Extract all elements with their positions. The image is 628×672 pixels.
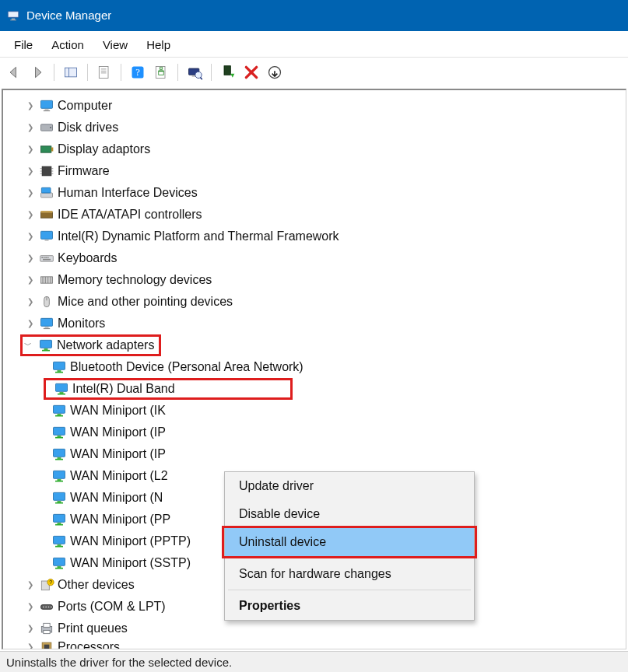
tree-node-adapter-bt[interactable]: Bluetooth Device (Personal Area Network): [48, 356, 626, 378]
tree-label: Intel(R) Dual Band: [72, 382, 175, 396]
network-adapter-icon: [54, 381, 69, 397]
chevron-right-icon[interactable]: ❯: [25, 602, 36, 611]
chevron-right-icon[interactable]: ❯: [25, 101, 36, 110]
tree-node-disk[interactable]: ❯ Disk drives: [25, 117, 626, 138]
tree-node-memtech[interactable]: ❯ Memory technology devices: [25, 269, 626, 291]
chevron-right-icon[interactable]: ❯: [25, 188, 36, 197]
network-adapter-icon: [51, 468, 67, 484]
svg-rect-38: [41, 231, 53, 239]
show-hide-tree-button[interactable]: [61, 63, 80, 82]
tree-node-adapter-intel-wifi[interactable]: Intel(R) Dual Band: [44, 378, 626, 400]
svg-rect-70: [55, 437, 63, 439]
tree-label: Network adapters: [57, 338, 154, 352]
status-text: Uninstalls the driver for the selected d…: [6, 656, 232, 669]
svg-rect-85: [55, 546, 63, 548]
svg-rect-3: [65, 68, 77, 77]
tree-node-firmware[interactable]: ❯ Firmware: [25, 160, 626, 182]
chevron-right-icon[interactable]: ❯: [25, 319, 36, 327]
svg-rect-56: [40, 340, 52, 348]
status-bar: Uninstalls the driver for the selected d…: [0, 651, 628, 672]
svg-rect-88: [55, 568, 63, 569]
menu-file[interactable]: File: [5, 36, 42, 54]
scan-hardware-button[interactable]: [185, 63, 204, 82]
tree-node-keyboards[interactable]: ❯ Keyboards: [25, 247, 626, 269]
chevron-down-icon[interactable]: ﹀: [23, 340, 33, 351]
network-adapter-icon: [51, 490, 67, 506]
svg-rect-41: [41, 257, 43, 258]
toolbar-separator: [177, 64, 178, 81]
chevron-right-icon[interactable]: ❯: [25, 580, 36, 589]
tree-node-hid[interactable]: ❯ Human Interface Devices: [25, 182, 626, 204]
svg-rect-98: [44, 623, 50, 627]
cm-update-driver[interactable]: Update driver: [225, 472, 474, 500]
tree-label: IDE ATA/ATAPI controllers: [58, 208, 202, 222]
chevron-right-icon[interactable]: ❯: [25, 210, 36, 219]
svg-rect-39: [45, 240, 49, 241]
svg-point-14: [195, 72, 202, 78]
tree-label: Print queues: [58, 621, 128, 635]
tree-node-display[interactable]: ❯ Display adaptors: [25, 138, 626, 160]
tree-node-adapter-wan-ik[interactable]: WAN Miniport (IK: [48, 400, 626, 422]
context-menu: Update driver Disable device Uninstall d…: [224, 471, 475, 621]
tree-label: Monitors: [58, 317, 105, 331]
chevron-right-icon[interactable]: ❯: [25, 624, 36, 632]
tree-node-adapter-wan-ip2[interactable]: WAN Miniport (IP: [48, 443, 626, 465]
properties-page-button[interactable]: [95, 63, 114, 82]
toolbar-separator: [54, 64, 54, 81]
tree-node-processors[interactable]: ❯ Processors: [25, 639, 626, 649]
svg-rect-53: [41, 318, 53, 326]
context-menu-separator: [228, 558, 471, 558]
menu-help[interactable]: Help: [137, 36, 180, 54]
chevron-right-icon[interactable]: ❯: [25, 297, 36, 306]
cm-scan-hardware[interactable]: Scan for hardware changes: [225, 560, 474, 588]
cm-disable-device[interactable]: Disable device: [225, 500, 474, 528]
cm-properties[interactable]: Properties: [225, 592, 474, 620]
tree-node-network-adapters[interactable]: ﹀ Network adapters: [20, 334, 626, 356]
tree-node-ide[interactable]: ❯ IDE ATA/ATAPI controllers: [25, 204, 626, 226]
display-adapter-icon: [39, 142, 54, 157]
tree-label: Memory technology devices: [58, 273, 212, 287]
network-adapter-icon: [51, 425, 67, 440]
help-button[interactable]: ?: [128, 63, 147, 82]
action-sheet-button[interactable]: [152, 63, 170, 82]
chevron-right-icon[interactable]: ❯: [25, 275, 36, 284]
toolbar: ?: [0, 58, 628, 87]
keyboard-icon: [39, 250, 54, 266]
chevron-right-icon[interactable]: ❯: [25, 123, 36, 131]
svg-rect-77: [54, 492, 65, 500]
svg-rect-26: [51, 147, 54, 151]
network-adapter-icon: [51, 512, 67, 527]
svg-rect-35: [41, 187, 51, 193]
forward-button[interactable]: [28, 63, 47, 82]
update-driver-button[interactable]: [265, 63, 284, 82]
tree-node-monitors[interactable]: ❯ Monitors: [25, 313, 626, 334]
back-button[interactable]: [5, 63, 23, 82]
chevron-right-icon[interactable]: ❯: [25, 254, 36, 262]
svg-rect-44: [47, 257, 49, 258]
tree-label: Intel(R) Dynamic Platform and Thermal Fr…: [58, 229, 339, 243]
tree-pane[interactable]: ❯ Computer ❯ Disk drives ❯ Display adapt…: [2, 89, 626, 649]
tree-node-intel-platform[interactable]: ❯ Intel(R) Dynamic Platform and Thermal …: [25, 226, 626, 247]
tree-node-mice[interactable]: ❯ Mice and other pointing devices: [25, 291, 626, 313]
svg-rect-61: [55, 372, 63, 373]
tree-node-print-queues[interactable]: ❯ Print queues: [25, 618, 626, 639]
chevron-right-icon[interactable]: ❯: [25, 642, 36, 649]
svg-point-94: [45, 607, 47, 608]
tree-node-computer[interactable]: ❯ Computer: [25, 95, 626, 117]
tree-node-adapter-wan-ip[interactable]: WAN Miniport (IP: [48, 422, 626, 443]
mouse-icon: [39, 294, 54, 310]
chevron-right-icon[interactable]: ❯: [25, 145, 36, 153]
menu-view[interactable]: View: [93, 36, 137, 54]
chevron-right-icon[interactable]: ❯: [25, 166, 36, 175]
tree-label: Bluetooth Device (Personal Area Network): [70, 360, 303, 374]
enable-device-button[interactable]: [219, 63, 237, 82]
uninstall-device-button[interactable]: [242, 63, 261, 82]
toolbar-separator: [121, 64, 121, 81]
other-devices-icon: ?: [39, 577, 54, 593]
chevron-right-icon[interactable]: ❯: [25, 232, 36, 240]
tree-label: Firmware: [58, 164, 110, 178]
svg-rect-76: [55, 481, 63, 482]
tree-label: Human Interface Devices: [58, 186, 198, 200]
cm-uninstall-device[interactable]: Uninstall device: [225, 528, 474, 556]
menu-action[interactable]: Action: [42, 36, 93, 54]
